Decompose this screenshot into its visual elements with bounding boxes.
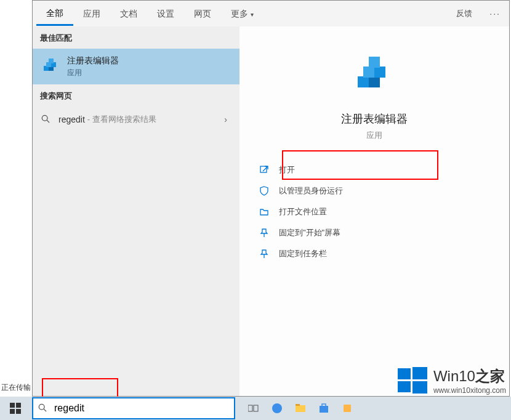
svg-rect-14 — [16, 403, 21, 408]
svg-point-21 — [272, 403, 282, 413]
action-pin-start[interactable]: 固定到"开始"屏幕 — [258, 222, 509, 243]
svg-line-18 — [44, 409, 46, 411]
results-left-pane: 最佳匹配 注册表编辑器 应用 搜索网页 — [33, 26, 239, 396]
svg-rect-7 — [358, 76, 369, 87]
search-results-window: 全部 应用 文档 设置 网页 更多▾ 反馈 ··· 最佳匹配 — [32, 0, 510, 397]
best-match-subtitle: 应用 — [67, 68, 119, 78]
tab-settings[interactable]: 设置 — [147, 2, 184, 25]
search-input[interactable] — [52, 402, 234, 415]
svg-line-6 — [47, 120, 49, 123]
svg-rect-23 — [296, 404, 300, 406]
tab-apps[interactable]: 应用 — [73, 2, 110, 25]
taskbar — [0, 397, 511, 420]
svg-rect-22 — [296, 405, 305, 412]
web-search-term: regedit — [58, 115, 85, 124]
watermark: Win10之家 www.win10xitong.com — [398, 366, 506, 395]
action-open[interactable]: 打开 — [258, 160, 509, 180]
web-search-header: 搜索网页 — [33, 84, 239, 107]
tab-web[interactable]: 网页 — [184, 2, 221, 25]
watermark-title: Win10之家 — [433, 366, 506, 386]
shield-icon — [258, 185, 270, 196]
svg-rect-20 — [254, 405, 258, 411]
pin-icon — [258, 248, 270, 259]
svg-rect-26 — [398, 368, 411, 379]
svg-rect-8 — [369, 76, 380, 87]
svg-rect-9 — [363, 67, 374, 78]
best-match-header: 最佳匹配 — [33, 26, 239, 49]
svg-rect-15 — [10, 409, 15, 414]
chevron-right-icon: › — [224, 115, 231, 124]
preview-pane: 注册表编辑器 应用 打开 以管理员身份运行 — [239, 26, 509, 396]
tab-more[interactable]: 更多▾ — [221, 2, 264, 25]
store-icon[interactable] — [318, 402, 330, 414]
svg-rect-19 — [248, 405, 252, 411]
svg-rect-25 — [344, 405, 351, 412]
action-open-file-location[interactable]: 打开文件位置 — [258, 201, 509, 222]
status-text: 正在传输 — [0, 380, 32, 395]
svg-rect-12 — [260, 166, 267, 172]
svg-point-5 — [42, 115, 47, 121]
tab-all[interactable]: 全部 — [36, 2, 73, 26]
action-pin-taskbar-label: 固定到任务栏 — [279, 248, 327, 259]
action-run-as-admin[interactable]: 以管理员身份运行 — [258, 180, 509, 201]
more-options-button[interactable]: ··· — [481, 2, 509, 25]
search-filter-tabs: 全部 应用 文档 设置 网页 更多▾ 反馈 ··· — [33, 1, 509, 26]
pin-icon — [258, 227, 270, 238]
best-match-title: 注册表编辑器 — [67, 55, 119, 67]
svg-rect-28 — [398, 381, 411, 392]
folder-icon — [258, 206, 270, 217]
svg-point-17 — [39, 404, 44, 410]
feedback-link[interactable]: 反馈 — [448, 2, 481, 25]
preview-title: 注册表编辑器 — [341, 111, 408, 126]
action-pin-taskbar[interactable]: 固定到任务栏 — [258, 243, 509, 264]
svg-rect-10 — [374, 67, 385, 78]
tab-documents[interactable]: 文档 — [110, 2, 147, 25]
task-view-icon[interactable] — [247, 402, 260, 414]
search-icon — [33, 403, 52, 414]
taskbar-pinned-apps — [247, 402, 353, 414]
regedit-icon — [40, 56, 61, 77]
svg-rect-11 — [369, 57, 380, 68]
windows-logo-icon — [398, 366, 427, 395]
web-search-suffix: - 查看网络搜索结果 — [87, 114, 156, 125]
web-search-result[interactable]: regedit - 查看网络搜索结果 › — [33, 107, 239, 132]
svg-rect-13 — [10, 403, 15, 408]
action-run-admin-label: 以管理员身份运行 — [279, 185, 343, 196]
action-pin-start-label: 固定到"开始"屏幕 — [279, 227, 340, 238]
edge-icon[interactable] — [271, 402, 283, 414]
search-icon — [41, 115, 52, 125]
best-match-result[interactable]: 注册表编辑器 应用 — [33, 49, 239, 84]
regedit-large-icon — [350, 51, 399, 100]
action-list: 打开 以管理员身份运行 打开文件位置 — [239, 160, 509, 264]
start-button[interactable] — [0, 397, 31, 420]
svg-rect-4 — [49, 59, 54, 63]
taskbar-search-box[interactable] — [32, 397, 235, 419]
explorer-icon[interactable] — [294, 402, 307, 414]
svg-rect-27 — [412, 367, 427, 379]
action-open-label: 打开 — [279, 164, 295, 176]
svg-rect-24 — [320, 406, 328, 413]
security-icon[interactable] — [341, 402, 353, 414]
action-open-location-label: 打开文件位置 — [279, 206, 327, 217]
svg-rect-16 — [16, 409, 21, 414]
tab-more-label: 更多 — [231, 9, 248, 18]
search-content: 最佳匹配 注册表编辑器 应用 搜索网页 — [33, 26, 509, 396]
watermark-url: www.win10xitong.com — [433, 386, 506, 395]
open-icon — [258, 164, 270, 176]
chevron-down-icon: ▾ — [251, 11, 254, 18]
preview-subtitle: 应用 — [366, 130, 382, 141]
svg-rect-29 — [412, 381, 427, 394]
